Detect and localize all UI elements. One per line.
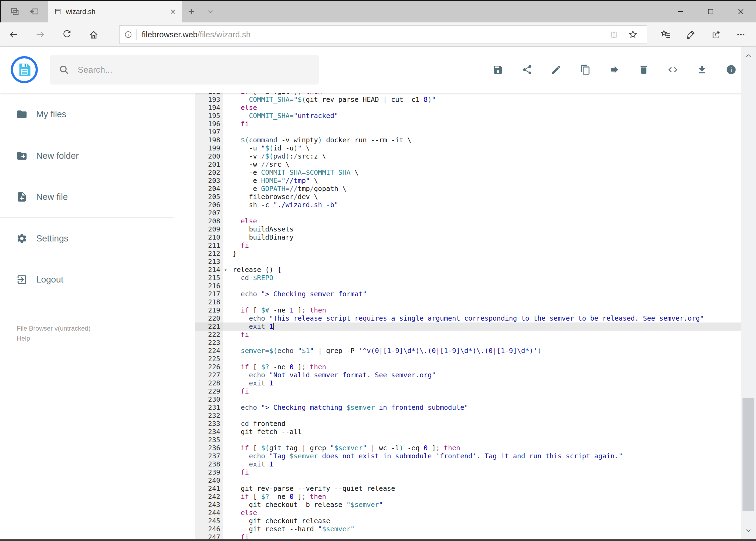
forward-icon (609, 64, 620, 75)
line-number: 213 (195, 258, 223, 266)
code-text: git reset --hard "$semver" (223, 525, 355, 533)
tab-preview-icon[interactable] (9, 6, 20, 17)
fold-arrow-icon[interactable]: ▾ (224, 266, 227, 274)
search-input[interactable] (50, 55, 319, 85)
code-text: -v /$(pwd):/src:z \ (223, 152, 326, 161)
sidebar-item-new-folder[interactable]: New folder (0, 135, 174, 176)
code-text: buildBinary (223, 234, 294, 242)
code-line: 199 -u "$(id -u)" \ (195, 144, 741, 152)
sidebar-item-settings[interactable]: Settings (0, 218, 174, 259)
code-text: exit 1 (223, 379, 273, 387)
favorite-star-icon[interactable] (624, 30, 642, 39)
code-line: 234 git fetch --all (195, 428, 741, 436)
minimize-button[interactable] (665, 1, 695, 22)
share-page-icon[interactable] (703, 22, 728, 47)
page-scrollbar[interactable] (741, 47, 756, 540)
site-info-icon[interactable] (124, 30, 132, 39)
line-number: 239 (195, 468, 223, 476)
address-bar[interactable]: filebrowser.web/files/wizard.sh (119, 25, 647, 44)
forward-button[interactable] (27, 22, 54, 47)
browser-tab[interactable]: wizard.sh (48, 1, 182, 22)
line-number: 206 (195, 201, 223, 209)
code-text: if [ $(git tag | grep "$semver" | wc -l)… (223, 444, 460, 452)
hub-favorites-icon[interactable] (653, 22, 678, 47)
download-button[interactable] (694, 62, 710, 77)
sidebar-item-my-files[interactable]: My files (0, 94, 174, 135)
code-text: echo "Tag $semver does not exist in subm… (223, 452, 623, 460)
refresh-button[interactable] (54, 22, 80, 47)
code-text: -u "$(id -u)" \ (223, 144, 310, 152)
copy-button[interactable] (578, 62, 593, 77)
code-text: -e COMMIT_SHA=$COMMIT_SHA \ (223, 169, 359, 177)
code-text: else (223, 104, 257, 112)
set-tabs-aside-icon[interactable] (29, 6, 40, 17)
code-line: 220 echo "This release script requires a… (195, 314, 741, 322)
code-text: echo "> Checking semver format" (223, 290, 367, 298)
url-separator (136, 29, 137, 40)
code-text: exit 1 (223, 322, 274, 330)
line-number: 234 (195, 428, 223, 436)
info-button[interactable] (724, 62, 739, 77)
new-tab-button[interactable] (182, 1, 201, 22)
line-number: 238 (195, 460, 223, 468)
reading-view-icon[interactable] (605, 30, 624, 39)
help-link[interactable]: Help (17, 333, 174, 343)
code-line: 238 exit 1 (195, 460, 741, 468)
editor-mode-button[interactable] (665, 62, 680, 77)
line-number: 204 (195, 185, 223, 193)
line-number: 193 (195, 96, 223, 104)
move-button[interactable] (607, 62, 622, 77)
line-number: 225 (195, 355, 223, 363)
code-line: 221 exit 1 (195, 322, 741, 330)
code-line: 213 (195, 258, 741, 266)
save-button[interactable] (490, 62, 506, 77)
code-text (223, 476, 233, 485)
scroll-up-icon[interactable] (741, 48, 756, 64)
home-button[interactable] (80, 22, 107, 47)
code-editor[interactable]: 192 if [ -d .git ]; then193 COMMIT_SHA="… (174, 93, 741, 540)
line-number: 195 (195, 112, 223, 120)
tab-close-icon[interactable] (170, 8, 176, 15)
back-button[interactable] (0, 22, 27, 47)
line-number: 220 (195, 314, 223, 322)
code-text: -e HOME="//tmp" \ (223, 177, 318, 185)
code-text: if [ $? -ne 0 ]; then (223, 493, 326, 501)
share-button[interactable] (520, 62, 535, 77)
line-number: 245 (195, 517, 223, 525)
rename-button[interactable] (549, 62, 564, 77)
code-line: 237 echo "Tag $semver does not exist in … (195, 452, 741, 460)
web-note-pen-icon[interactable] (678, 22, 703, 47)
scrollbar-thumb[interactable] (742, 398, 754, 511)
sidebar-item-new-file[interactable]: New file (0, 176, 174, 218)
more-options-icon[interactable] (728, 22, 753, 47)
main-content: My filesNew folderNew fileSettingsLogout… (0, 93, 756, 540)
sidebar-item-logout[interactable]: Logout (0, 259, 174, 300)
code-line: 205 filebrowser/dev \ (195, 193, 741, 201)
code-text (223, 282, 233, 290)
code-text: fi (223, 120, 249, 128)
code-line: 240 (195, 476, 741, 485)
scroll-down-icon[interactable] (741, 523, 756, 538)
url-text[interactable]: filebrowser.web/files/wizard.sh (142, 30, 605, 39)
tab-page-icon (54, 8, 62, 15)
titlebar: wizard.sh (0, 1, 756, 22)
code-line: 235 (195, 436, 741, 444)
code-line: 208 else (195, 217, 741, 225)
code-line: 245 git checkout release (195, 517, 741, 525)
maximize-button[interactable] (695, 1, 726, 22)
url-host: filebrowser.web (142, 30, 197, 39)
code-line: 203 -e HOME="//tmp" \ (195, 177, 741, 185)
tab-list-chevron-icon[interactable] (201, 1, 220, 22)
code-text: git rev-parse --verify --quiet release (223, 485, 395, 493)
line-number: 214 (195, 266, 223, 274)
code-text: fi (223, 387, 249, 395)
delete-button[interactable] (636, 62, 651, 77)
code-line: 222 fi (195, 330, 741, 339)
code-line: 227 echo "Not valid semver format. See s… (195, 371, 741, 379)
line-number: 244 (195, 509, 223, 517)
line-number: 194 (195, 104, 223, 112)
line-number: 210 (195, 234, 223, 242)
line-number: 223 (195, 339, 223, 347)
close-button[interactable] (726, 1, 756, 22)
info-icon (726, 64, 737, 75)
